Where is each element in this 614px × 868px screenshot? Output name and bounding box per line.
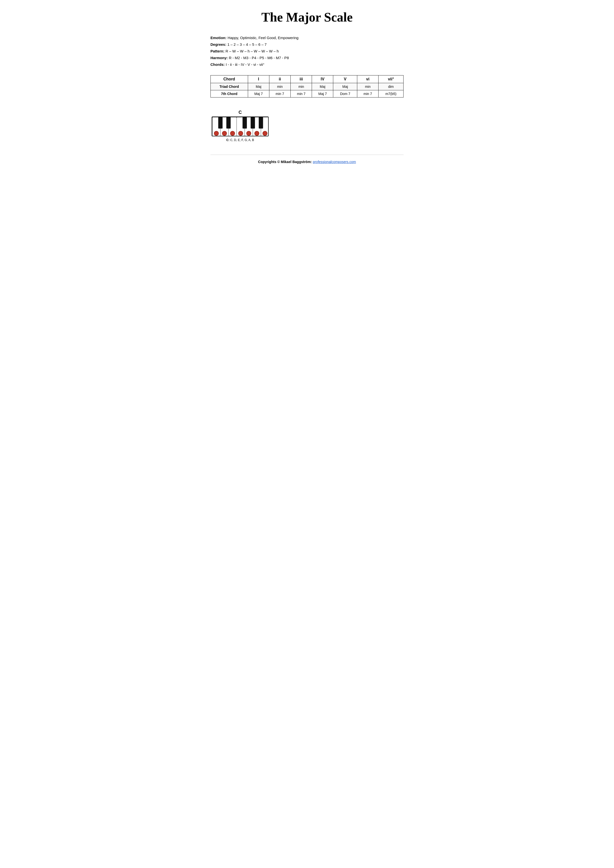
page-title: The Major Scale — [210, 10, 404, 25]
table-header: V — [333, 76, 357, 83]
table-cell: 7th Chord — [211, 90, 248, 98]
table-cell: min — [269, 83, 291, 90]
table-header: I — [248, 76, 269, 83]
table-header: vi — [357, 76, 378, 83]
pattern-value: R – W – W – h – W – W – W – h — [225, 49, 279, 53]
table-header: vii° — [379, 76, 404, 83]
piano-caption: C: C, D, E, F, G, A, B — [226, 138, 254, 142]
table-cell: Maj 7 — [312, 90, 333, 98]
svg-rect-8 — [218, 117, 222, 129]
svg-point-17 — [247, 131, 251, 136]
emotion-label: Emotion: — [210, 36, 227, 40]
chord-table: ChordIiiiiiIVVvivii° Triad ChordMajminmi… — [210, 75, 404, 98]
chords-value: I - ii - iii - IV - V - vi - vii° — [226, 62, 264, 67]
table-cell: Triad Chord — [211, 83, 248, 90]
table-cell: min 7 — [291, 90, 312, 98]
table-header: iii — [291, 76, 312, 83]
svg-rect-9 — [226, 117, 230, 129]
table-header: ii — [269, 76, 291, 83]
table-cell: Maj 7 — [248, 90, 269, 98]
svg-point-18 — [255, 131, 259, 136]
degrees-value: 1 – 2 – 3 – 4 – 5 – 6 – 7 — [227, 42, 266, 46]
piano-svg — [212, 116, 269, 136]
table-cell: dim — [379, 83, 404, 90]
table-cell: Maj — [248, 83, 269, 90]
piano-grid: CC: C, D, E, F, G, A, B — [210, 110, 404, 142]
table-cell: m7(b5) — [379, 90, 404, 98]
degrees-label: Degrees: — [210, 42, 226, 46]
svg-rect-10 — [242, 117, 247, 129]
table-cell: Maj — [333, 83, 357, 90]
table-cell: min 7 — [269, 90, 291, 98]
table-header: Chord — [211, 76, 248, 83]
chords-label: Chords: — [210, 62, 225, 67]
table-cell: Dom 7 — [333, 90, 357, 98]
table-cell: Maj — [312, 83, 333, 90]
svg-point-13 — [214, 131, 219, 136]
svg-rect-12 — [259, 117, 263, 129]
piano-item: CC: C, D, E, F, G, A, B — [210, 110, 270, 142]
svg-point-16 — [238, 131, 243, 136]
table-cell: min — [291, 83, 312, 90]
footer: Copyrights © Mikael Baggström: professio… — [210, 155, 404, 164]
emotion-value: Happy, Optimistic, Feel Good, Empowering — [227, 36, 298, 40]
info-block: Emotion: Happy, Optimistic, Feel Good, E… — [210, 34, 404, 68]
table-cell: min — [357, 83, 378, 90]
piano-title: C — [239, 110, 242, 115]
svg-point-14 — [222, 131, 227, 136]
svg-point-15 — [230, 131, 235, 136]
svg-point-19 — [263, 131, 267, 136]
harmony-label: Harmony: — [210, 56, 228, 60]
harmony-value: R - M2 - M3 - P4 - P5 - M6 - M7 - P8 — [229, 56, 289, 60]
table-header: IV — [312, 76, 333, 83]
footer-link[interactable]: professionalcomposers.com — [313, 160, 356, 164]
pattern-label: Pattern: — [210, 49, 225, 53]
footer-text: Copyrights © Mikael Baggström: professio… — [258, 160, 356, 164]
table-cell: min 7 — [357, 90, 378, 98]
svg-rect-11 — [250, 117, 255, 129]
